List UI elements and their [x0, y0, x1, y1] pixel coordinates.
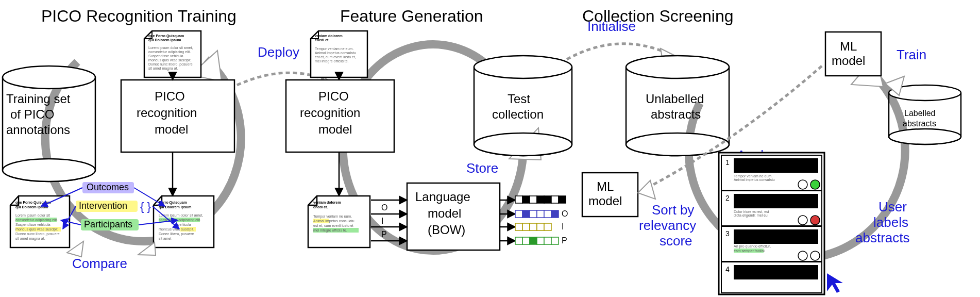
svg-rect-77 [522, 196, 530, 203]
svg-text:Tempor veniam ne eum.: Tempor veniam ne eum. [313, 214, 352, 219]
svg-rect-76 [515, 196, 522, 203]
svg-text:Donec nunc libero, posuere: Donec nunc libero, posuere [15, 232, 60, 236]
svg-text:vehicula: vehicula [178, 223, 191, 226]
svg-text:sit amet magna at.: sit amet magna at. [148, 67, 178, 71]
svg-text:Vel veniam dolorem: Vel veniam dolorem [737, 160, 771, 163]
feature-doc-bottom: veniam dolorem enedi et. Tempor veniam n… [308, 196, 370, 248]
svg-text:Animal impetus consulatu: Animal impetus consulatu [734, 178, 775, 182]
svg-text:enedi et.: enedi et. [313, 205, 328, 209]
svg-text:est et, cum everti iusto et: est et, cum everti iusto et [313, 224, 353, 227]
svg-text:Porro Quisquam: Porro Quisquam [159, 201, 187, 205]
title-training: PICO Recognition Training [41, 7, 236, 25]
svg-text:rhoncus vitae suscipit.: rhoncus vitae suscipit. [159, 227, 194, 232]
svg-rect-97 [522, 237, 530, 244]
svg-text:P: P [381, 230, 387, 239]
svg-text:mel integre officiis te.: mel integre officiis te. [313, 228, 347, 233]
svg-point-3 [3, 66, 95, 89]
compare-label: Compare [72, 256, 127, 271]
svg-text:sit amet magna at.: sit amet magna at. [15, 237, 45, 241]
vector-p: P [515, 236, 567, 245]
svg-rect-100 [544, 237, 551, 244]
svg-text:3: 3 [725, 229, 730, 238]
vector-o: O [515, 209, 568, 218]
svg-text:Intervention: Intervention [79, 201, 127, 211]
svg-rect-91 [522, 223, 530, 230]
vector-all [515, 196, 566, 203]
ml-model-upper: MLmodel [825, 32, 881, 76]
svg-text:sit amet: sit amet [159, 237, 172, 240]
train-label: Train [897, 47, 926, 62]
svg-text:Ius accumsan recteque: Ius accumsan recteque [737, 231, 777, 235]
language-model-box: Languagemodel(BOW) [407, 183, 500, 250]
initialise-label: Initialise [587, 19, 636, 34]
svg-point-135 [810, 216, 820, 225]
abstract-list: 1 Vel veniam dolorem eligendi et. Tempor… [719, 153, 824, 294]
svg-text:everitur at.: everitur at. [737, 236, 755, 239]
svg-rect-96 [515, 237, 522, 244]
tag-outcomes: Outcomes [82, 182, 134, 193]
svg-rect-87 [544, 210, 551, 218]
braces: { } [140, 200, 151, 213]
svg-rect-93 [537, 223, 544, 230]
svg-text:O: O [562, 209, 568, 218]
svg-text:rhoncus quis vitae suscipit.: rhoncus quis vitae suscipit. [15, 227, 59, 232]
svg-text:Animal impetus consulatu: Animal impetus consulatu [313, 219, 354, 223]
svg-text:veniam dolorem: veniam dolorem [315, 34, 343, 38]
svg-rect-83 [515, 210, 522, 218]
store-label: Store [466, 160, 498, 176]
svg-text:Ex feugiat percipitur: Ex feugiat percipitur [737, 195, 772, 200]
svg-point-126 [810, 180, 820, 189]
svg-text:consectetur adipiscing elit.: consectetur adipiscing elit. [15, 218, 58, 222]
feature-doc-top: veniam dolorem enedi et. Tempor veniam n… [311, 31, 367, 77]
svg-text:Donec libero, posuere: Donec libero, posuere [159, 232, 194, 236]
svg-text:mel integre officiis te.: mel integre officiis te. [315, 59, 349, 63]
svg-rect-92 [530, 223, 537, 230]
training-doc-bottom-left: que Porro Quisquam qui Dolorem Ipsum Lor… [10, 196, 70, 248]
svg-text:rhoncus quis vitae suscipit.: rhoncus quis vitae suscipit. [148, 58, 192, 62]
svg-text:O: O [381, 203, 387, 212]
svg-text:Tempor veniam ne eum.: Tempor veniam ne eum. [315, 47, 353, 51]
svg-text:Labelledabstracts: Labelledabstracts [903, 109, 936, 128]
svg-text:Suspendisse vehicula: Suspendisse vehicula [148, 54, 183, 58]
svg-text:eligendi et.: eligendi et. [737, 164, 756, 169]
svg-text:eloquentiam vim.: eloquentiam vim. [737, 200, 766, 204]
svg-text:que Porro Quisquam: que Porro Quisquam [148, 34, 184, 38]
svg-text:Animal impetus consulatu: Animal impetus consulatu [315, 51, 356, 55]
svg-text:An pro quando efficitur,: An pro quando efficitur, [734, 244, 771, 249]
svg-rect-84 [522, 210, 530, 218]
svg-text:dicta eligendi: mel eu: dicta eligendi: mel eu [734, 213, 768, 218]
svg-rect-85 [530, 210, 537, 218]
svg-text:I: I [381, 217, 383, 225]
svg-text:consectetur adipiscing elit.: consectetur adipiscing elit. [148, 50, 191, 54]
svg-text:Lorem ipsum dolor sit amet,: Lorem ipsum dolor sit amet, [148, 46, 193, 50]
unlabelled-cylinder: Unlabelledabstracts [626, 56, 729, 156]
svg-rect-80 [544, 196, 551, 203]
ml-model-lower: MLmodel [582, 173, 638, 217]
svg-rect-81 [551, 196, 559, 203]
svg-text:Dolor iriure eu est, est: Dolor iriure eu est, est [734, 210, 769, 213]
svg-text:Outcomes: Outcomes [87, 182, 129, 192]
tag-intervention: Intervention [76, 201, 138, 212]
title-feature: Feature Generation [340, 7, 483, 25]
user-labels-label: User labels abstracts [855, 199, 912, 245]
svg-text:Participants: Participants [84, 219, 132, 229]
svg-rect-101 [551, 237, 559, 244]
svg-text:P: P [562, 236, 567, 245]
svg-point-104 [474, 56, 572, 78]
svg-rect-86 [537, 210, 544, 218]
svg-rect-90 [515, 223, 522, 230]
svg-rect-94 [544, 223, 551, 230]
pico-model-feature: PICOrecognitionmodel [286, 80, 394, 152]
svg-text:Donec nunc libero, posuere: Donec nunc libero, posuere [148, 62, 193, 67]
vector-i: I [515, 222, 564, 231]
test-collection-cylinder: Testcollection [474, 56, 572, 156]
svg-text:1: 1 [725, 158, 730, 167]
training-doc-top: que Porro Quisquam qui Dolorem Ipsum Lor… [144, 31, 201, 77]
svg-rect-99 [537, 237, 544, 244]
svg-text:Neque Porro Quisquam: Neque Porro Quisquam [737, 267, 777, 271]
svg-point-144 [798, 251, 807, 260]
diagram-root: PICO Recognition Training Feature Genera… [0, 0, 980, 297]
svg-rect-88 [551, 210, 559, 218]
svg-text:veniam dolorem: veniam dolorem [313, 201, 341, 204]
sort-label: Sort by relevancy score [639, 202, 700, 249]
